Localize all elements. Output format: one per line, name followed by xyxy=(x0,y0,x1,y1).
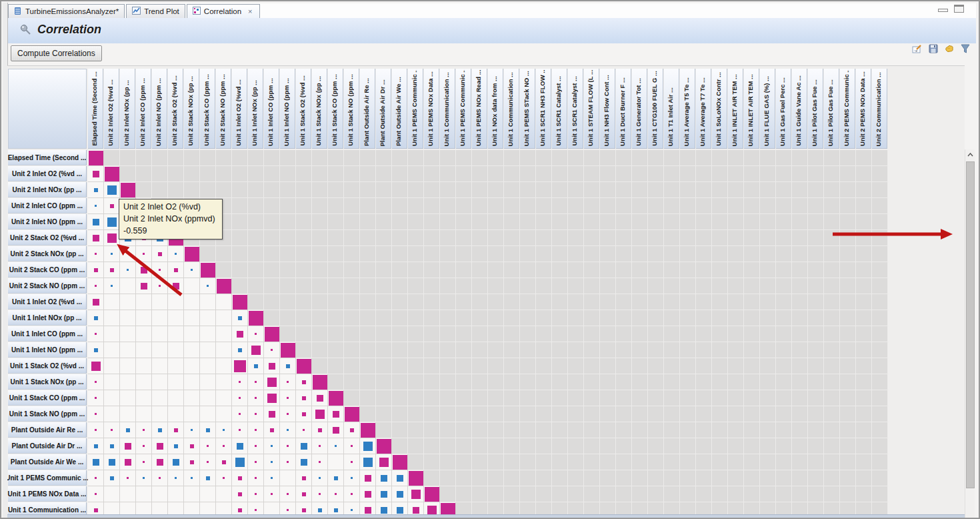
column-header[interactable]: Elapsed Time (Second ... xyxy=(88,69,103,149)
matrix-cell[interactable] xyxy=(216,390,232,406)
matrix-cell[interactable] xyxy=(296,438,312,454)
matrix-cell[interactable] xyxy=(168,358,184,374)
matrix-cell[interactable] xyxy=(152,342,168,358)
matrix-cell[interactable] xyxy=(312,406,328,422)
matrix-cell[interactable] xyxy=(168,326,184,342)
matrix-cell[interactable] xyxy=(184,486,200,502)
matrix-cell[interactable] xyxy=(328,454,344,470)
matrix-cell[interactable] xyxy=(104,294,120,310)
horizontal-scrollbar[interactable] xyxy=(7,514,965,518)
matrix-cell[interactable] xyxy=(280,486,296,502)
matrix-cell[interactable] xyxy=(152,246,168,262)
matrix-cell[interactable] xyxy=(216,310,232,326)
matrix-cell[interactable] xyxy=(296,470,312,486)
matrix-cell[interactable] xyxy=(152,486,168,502)
matrix-cell[interactable] xyxy=(296,422,312,438)
row-label[interactable]: Unit 1 Inlet CO (ppm ... xyxy=(8,326,87,342)
matrix-cell[interactable] xyxy=(344,454,360,470)
matrix-cell[interactable] xyxy=(360,438,376,454)
scroll-up-icon[interactable] xyxy=(965,149,975,160)
matrix-cell[interactable] xyxy=(248,342,264,358)
matrix-cell[interactable] xyxy=(392,454,408,470)
tab-turbine-emissions-analyzer[interactable]: TurbineEmissionsAnalyzer* xyxy=(8,4,125,18)
matrix-cell[interactable] xyxy=(88,406,104,422)
matrix-cell[interactable] xyxy=(104,486,120,502)
matrix-cell[interactable] xyxy=(136,294,152,310)
matrix-cell[interactable] xyxy=(168,262,184,278)
matrix-cell[interactable] xyxy=(264,358,280,374)
matrix-cell[interactable] xyxy=(312,470,328,486)
tab-correlation[interactable]: Correlation × xyxy=(187,4,260,18)
matrix-cell[interactable] xyxy=(104,390,120,406)
row-label[interactable]: Unit 1 Inlet O2 (%vd ... xyxy=(8,294,87,310)
column-header[interactable]: Unit 1 Communication ... xyxy=(504,69,519,149)
matrix-cell[interactable] xyxy=(184,294,200,310)
matrix-cell[interactable] xyxy=(312,374,328,390)
matrix-cell[interactable] xyxy=(136,310,152,326)
matrix-cell[interactable] xyxy=(200,278,216,294)
matrix-cell[interactable] xyxy=(328,486,344,502)
column-header[interactable]: Unit 1 SCR1 NH3 FLOW ... xyxy=(536,69,551,149)
matrix-cell[interactable] xyxy=(88,374,104,390)
matrix-cell[interactable] xyxy=(104,310,120,326)
matrix-cell[interactable] xyxy=(216,454,232,470)
column-header[interactable]: Unit 1 SoLoNOx Contr ... xyxy=(712,69,727,149)
matrix-cell[interactable] xyxy=(264,422,280,438)
matrix-cell[interactable] xyxy=(232,310,248,326)
matrix-cell[interactable] xyxy=(248,454,264,470)
matrix-cell[interactable] xyxy=(376,438,392,454)
matrix-cell[interactable] xyxy=(232,358,248,374)
matrix-cell[interactable] xyxy=(168,310,184,326)
matrix-cell[interactable] xyxy=(88,486,104,502)
matrix-cell[interactable] xyxy=(280,454,296,470)
maximize-icon[interactable] xyxy=(954,5,964,13)
matrix-cell[interactable] xyxy=(392,470,408,486)
column-header[interactable]: Unit 1 STEAM FLOW (L ... xyxy=(584,69,599,149)
minimize-icon[interactable] xyxy=(938,9,948,12)
matrix-cell[interactable] xyxy=(152,454,168,470)
row-label[interactable]: Unit 1 Inlet NOx (pp ... xyxy=(8,310,87,326)
matrix-cell[interactable] xyxy=(200,438,216,454)
matrix-cell[interactable] xyxy=(152,406,168,422)
matrix-cell[interactable] xyxy=(152,374,168,390)
row-label[interactable]: Unit 2 Stack NOx (pp ... xyxy=(8,246,87,262)
matrix-cell[interactable] xyxy=(120,454,136,470)
matrix-cell[interactable] xyxy=(280,422,296,438)
matrix-cell[interactable] xyxy=(88,470,104,486)
matrix-cell[interactable] xyxy=(216,438,232,454)
save-icon[interactable] xyxy=(927,43,939,54)
matrix-cell[interactable] xyxy=(312,454,328,470)
row-label[interactable]: Unit 2 Inlet NOx (pp ... xyxy=(8,182,87,197)
matrix-cell[interactable] xyxy=(312,486,328,502)
matrix-cell[interactable] xyxy=(136,454,152,470)
matrix-cell[interactable] xyxy=(232,326,248,342)
matrix-cell[interactable] xyxy=(88,230,104,246)
matrix-cell[interactable] xyxy=(216,278,232,294)
column-header[interactable]: Unit 2 PEMS NOx Data ... xyxy=(856,69,871,149)
matrix-cell[interactable] xyxy=(104,262,120,278)
matrix-cell[interactable] xyxy=(216,342,232,358)
matrix-cell[interactable] xyxy=(296,374,312,390)
column-header[interactable]: Unit 1 Duct Burner F ... xyxy=(616,69,631,149)
matrix-cell[interactable] xyxy=(184,470,200,486)
matrix-cell[interactable] xyxy=(248,390,264,406)
column-header[interactable]: Unit 1 Inlet CO (ppm ... xyxy=(264,69,279,149)
matrix-cell[interactable] xyxy=(264,454,280,470)
matrix-cell[interactable] xyxy=(152,390,168,406)
column-header[interactable]: Unit 1 INLET AIR TEM ... xyxy=(728,69,743,149)
column-header[interactable]: Unit 1 Generator Tot ... xyxy=(632,69,647,149)
matrix-cell[interactable] xyxy=(408,470,424,486)
matrix-cell[interactable] xyxy=(136,358,152,374)
matrix-cell[interactable] xyxy=(120,358,136,374)
matrix-cell[interactable] xyxy=(104,406,120,422)
matrix-cell[interactable] xyxy=(104,214,120,230)
column-header[interactable]: Plant Outside Air We ... xyxy=(392,69,407,149)
column-header[interactable]: Unit 1 Stack NOx (pp ... xyxy=(312,69,327,149)
compute-correlations-button[interactable]: Compute Correlations xyxy=(11,45,102,61)
matrix-cell[interactable] xyxy=(104,438,120,454)
matrix-cell[interactable] xyxy=(88,182,104,198)
matrix-cell[interactable] xyxy=(184,454,200,470)
matrix-cell[interactable] xyxy=(120,278,136,294)
matrix-cell[interactable] xyxy=(248,438,264,454)
matrix-cell[interactable] xyxy=(184,406,200,422)
